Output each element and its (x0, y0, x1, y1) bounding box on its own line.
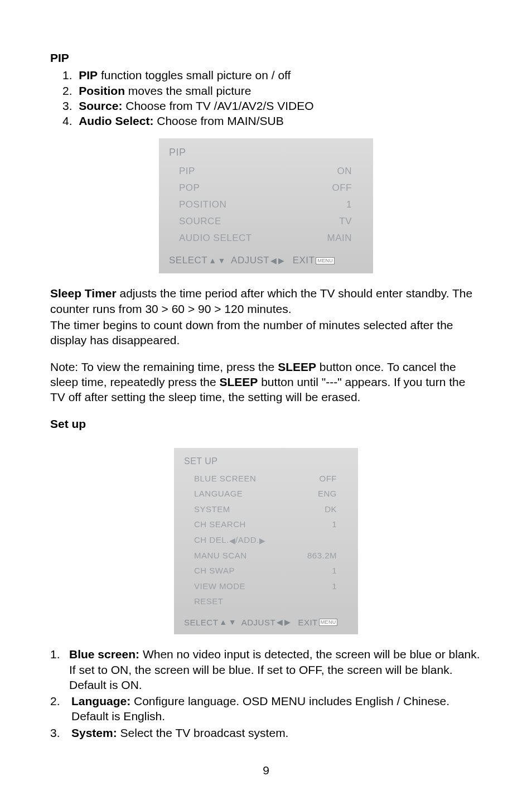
osd-label: CH DEL.◀/ADD.▶ (184, 534, 265, 546)
osd-label: BLUE SCREEN (184, 473, 256, 484)
pip-list: 1. PIP function toggles small picture on… (54, 68, 482, 128)
osd-value: ON (337, 165, 364, 177)
note-text: Note: To view the remaining time, press … (50, 360, 278, 373)
osd-setup-menu: SET UP BLUE SCREENOFF LANGUAGEENG SYSTEM… (174, 448, 358, 634)
list-item: 4. Audio Select: Choose from MAIN/SUB (54, 113, 482, 128)
page-number: 9 (50, 763, 482, 778)
list-num: 2. (62, 84, 72, 97)
triangle-up-icon: ▲ (219, 617, 227, 627)
sleep-paragraph-1: Sleep Timer adjusts the time period afte… (50, 286, 482, 316)
triangle-right-icon: ▶ (284, 617, 291, 627)
osd-row: RESET (184, 594, 348, 609)
osd-row: CH SEARCH1 (184, 517, 348, 532)
osd-value: MAIN (327, 232, 364, 244)
setup-heading: Set up (50, 416, 482, 431)
osd-footer: SELECT▲▼ ADJUST◀▶ EXITMENU (169, 254, 363, 267)
osd-row: PIPON (169, 163, 363, 180)
triangle-down-icon: ▼ (229, 617, 236, 627)
osd-row: AUDIO SELECTMAIN (169, 230, 363, 247)
chadd-text: /ADD. (235, 535, 259, 544)
osd-label: LANGUAGE (184, 488, 243, 499)
osd-footer: SELECT▲▼ ADJUST◀▶ EXITMENU (184, 617, 348, 628)
list-item: 2. Position moves the small picture (54, 83, 482, 98)
osd-row: LANGUAGEENG (184, 486, 348, 502)
list-tail: function toggles small picture on / off (98, 69, 291, 81)
note-bold: SLEEP (220, 375, 258, 388)
osd-value: 1 (332, 519, 348, 530)
list-tail: Select the TV broadcast system. (117, 726, 289, 739)
osd-row: MANU SCAN863.2M (184, 548, 348, 563)
osd-label: PIP (169, 165, 195, 177)
triangle-left-icon: ◀ (277, 617, 283, 627)
osd-value: ENG (318, 488, 348, 499)
footer-adjust: ADJUST (241, 617, 275, 628)
chdel-text: CH DEL. (194, 535, 229, 544)
footer-exit: EXIT (293, 254, 315, 267)
list-num: 2. (50, 693, 71, 724)
list-bold: Audio Select: (79, 114, 153, 127)
triangle-right-icon: ▶ (278, 256, 285, 266)
list-bold: Language: (71, 695, 130, 707)
list-tail: moves the small picture (125, 84, 251, 97)
osd-label: SOURCE (169, 215, 221, 228)
list-bold: System: (71, 726, 117, 739)
list-bold: Position (79, 84, 125, 97)
menu-badge: MENU (319, 619, 338, 626)
list-num: 1. (62, 69, 72, 81)
triangle-up-icon: ▲ (209, 256, 216, 266)
triangle-down-icon: ▼ (218, 256, 226, 266)
osd-row: SYSTEMDK (184, 502, 348, 517)
list-item: 2. Language: Configure language. OSD MEN… (50, 693, 482, 724)
osd-value: 1 (332, 581, 348, 592)
osd-label: CH SEARCH (184, 519, 246, 530)
list-item: 1. Blue screen: When no video input is d… (50, 647, 482, 692)
footer-exit: EXIT (298, 617, 317, 628)
setup-desc-list: 1. Blue screen: When no video input is d… (50, 647, 482, 740)
osd-value: DK (325, 504, 348, 515)
footer-select: SELECT (184, 617, 218, 628)
osd-title: SET UP (184, 456, 348, 468)
osd-value: 1 (332, 565, 348, 576)
list-content: Blue screen: When no video input is dete… (69, 647, 482, 692)
osd-label: SYSTEM (184, 504, 230, 515)
osd-row: BLUE SCREENOFF (184, 471, 348, 486)
list-content: Language: Configure language. OSD MENU i… (71, 693, 482, 724)
osd-pip-menu: PIP PIPON POPOFF POSITION1 SOURCETV AUDI… (159, 138, 373, 273)
footer-adjust: ADJUST (231, 254, 269, 267)
list-num: 3. (50, 725, 71, 740)
note-bold: SLEEP (278, 360, 316, 373)
osd-label: VIEW MODE (184, 581, 245, 592)
osd-label: CH SWAP (184, 565, 235, 576)
sleep-paragraph-2: The timer begins to count down from the … (50, 317, 482, 348)
sleep-note: Note: To view the remaining time, press … (50, 359, 482, 405)
triangle-left-icon: ◀ (229, 536, 236, 546)
list-num: 1. (50, 647, 69, 692)
list-item: 3. System: Select the TV broadcast syste… (50, 725, 482, 740)
list-content: System: Select the TV broadcast system. (71, 725, 482, 740)
osd-row-chdel: CH DEL.◀/ADD.▶ (184, 532, 348, 548)
list-bold: Blue screen: (69, 648, 139, 661)
list-bold: Source: (79, 99, 122, 112)
list-tail: Choose from TV /AV1/AV2/S VIDEO (122, 99, 313, 112)
footer-select: SELECT (169, 254, 207, 267)
osd-label: AUDIO SELECT (169, 232, 252, 244)
osd-value: OFF (332, 182, 364, 194)
triangle-right-icon: ▶ (259, 536, 266, 546)
osd-label: POSITION (169, 199, 226, 211)
list-item: 1. PIP function toggles small picture on… (54, 68, 482, 83)
osd-label: MANU SCAN (184, 550, 247, 561)
osd-value: 1 (346, 199, 363, 211)
osd-row: SOURCETV (169, 213, 363, 230)
osd-row: POPOFF (169, 180, 363, 196)
list-tail: Choose from MAIN/SUB (153, 114, 283, 127)
osd-row: CH SWAP1 (184, 563, 348, 579)
osd-label: POP (169, 182, 200, 194)
osd-value: TV (339, 215, 363, 228)
menu-badge: MENU (316, 257, 335, 265)
osd-row: VIEW MODE1 (184, 579, 348, 594)
osd-value: OFF (320, 473, 349, 484)
osd-title: PIP (169, 146, 363, 159)
sleep-timer-label: Sleep Timer (50, 287, 117, 300)
triangle-left-icon: ◀ (270, 256, 277, 266)
list-item: 3. Source: Choose from TV /AV1/AV2/S VID… (54, 98, 482, 113)
